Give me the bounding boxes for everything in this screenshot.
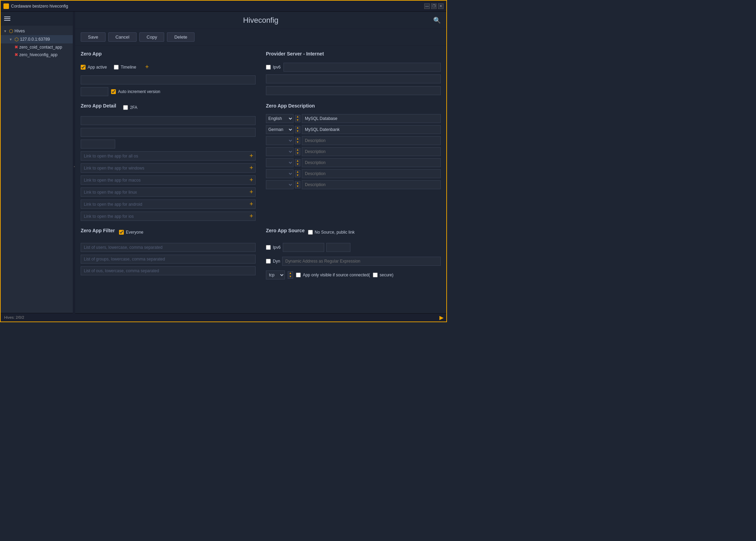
- desc-lang-2[interactable]: [266, 136, 294, 145]
- desc-spinner-6[interactable]: ▲ ▼: [295, 181, 300, 188]
- timeline-checkbox[interactable]: [114, 65, 119, 70]
- twofa-checkbox[interactable]: [123, 105, 128, 110]
- link-windows-plus[interactable]: +: [247, 164, 255, 172]
- close-button[interactable]: ✕: [438, 3, 444, 9]
- desc-input-1[interactable]: [302, 125, 441, 134]
- visible-row: App only visible if source connected(: [296, 273, 370, 277]
- tree-arrow-hives: ▼: [3, 29, 8, 33]
- desc-spinner-1[interactable]: ▲ ▼: [295, 126, 300, 133]
- search-button[interactable]: 🔍: [433, 17, 441, 24]
- link-android-plus[interactable]: +: [247, 200, 255, 208]
- timeline-plus-button[interactable]: +: [143, 63, 151, 71]
- sidebar-item-server[interactable]: ▼ ⬡ 127.0.0.1:63789: [1, 35, 73, 43]
- desc-input-0[interactable]: [302, 114, 441, 123]
- auto-increment-checkbox[interactable]: [111, 89, 116, 94]
- spinner-down-6[interactable]: ▼: [295, 185, 300, 188]
- ous-input[interactable]: [81, 266, 256, 275]
- desc-row-1: English German French ▲ ▼: [266, 125, 441, 134]
- version-input[interactable]: 0: [81, 87, 108, 96]
- save-button[interactable]: Save: [81, 32, 106, 42]
- app-address-input[interactable]: mysql.cordaware.test: [81, 128, 256, 137]
- desc-spinner-0[interactable]: ▲ ▼: [295, 115, 300, 122]
- source-dyn-checkbox[interactable]: [266, 259, 271, 264]
- app-port-input[interactable]: 3306: [81, 140, 115, 149]
- minimize-button[interactable]: —: [424, 3, 430, 9]
- hamburger-menu[interactable]: [4, 17, 10, 21]
- visible-checkbox[interactable]: [296, 273, 301, 277]
- link-all-os-plus[interactable]: +: [247, 152, 255, 160]
- link-macos-input[interactable]: [81, 176, 247, 184]
- secure-row: secure): [373, 273, 394, 277]
- spinner-down-0[interactable]: ▼: [295, 119, 300, 122]
- filter-title-row: Zero App Filter Everyone: [81, 228, 256, 237]
- error-icon-2: ✖: [14, 52, 18, 57]
- no-source-checkbox[interactable]: [308, 230, 313, 235]
- link-windows-input[interactable]: [81, 164, 247, 172]
- desc-spinner-4[interactable]: ▲ ▼: [295, 159, 300, 166]
- cancel-button[interactable]: Cancel: [108, 32, 137, 42]
- provider-host-input[interactable]: px1234.bestyero.world: [284, 63, 441, 72]
- copy-button[interactable]: Copy: [139, 32, 164, 42]
- desc-input-5[interactable]: [302, 169, 441, 178]
- desc-lang-4[interactable]: [266, 158, 294, 167]
- zero-app-description-section: Zero App Description English German Fren…: [266, 103, 441, 221]
- spinner-down-2[interactable]: ▼: [295, 141, 300, 144]
- spinner-up-0[interactable]: ▲: [295, 115, 300, 119]
- link-all-os-input[interactable]: [81, 152, 247, 160]
- spinner-down-4[interactable]: ▼: [295, 163, 300, 166]
- spinner-up-2[interactable]: ▲: [295, 137, 300, 141]
- spinner-up-4[interactable]: ▲: [295, 159, 300, 163]
- desc-spinner-3[interactable]: ▲ ▼: [295, 148, 300, 155]
- desc-spinner-5[interactable]: ▲ ▼: [295, 170, 300, 177]
- link-macos-plus[interactable]: +: [247, 176, 255, 184]
- sidebar-item-app2[interactable]: ✖ zero_hiveconfig_app: [1, 51, 73, 59]
- link-ios-input[interactable]: [81, 212, 247, 221]
- app-active-checkbox[interactable]: [81, 65, 86, 70]
- provider-ipv6-checkbox[interactable]: [266, 65, 271, 70]
- page-title: Hiveconfig: [243, 16, 279, 25]
- link-linux-input[interactable]: [81, 188, 247, 196]
- source-ipv6-checkbox[interactable]: [266, 245, 271, 250]
- spinner-up-5[interactable]: ▲: [295, 170, 300, 174]
- spinner-up-3[interactable]: ▲: [295, 148, 300, 152]
- restore-button[interactable]: ❐: [431, 3, 437, 9]
- app-id-input[interactable]: Cordaware#1234: [81, 116, 256, 125]
- desc-lang-1[interactable]: English German French: [266, 125, 294, 134]
- desc-lang-5[interactable]: [266, 169, 294, 178]
- desc-input-3[interactable]: [302, 147, 441, 156]
- desc-input-2[interactable]: [302, 136, 441, 145]
- link-linux-plus[interactable]: +: [247, 188, 255, 196]
- everyone-checkbox[interactable]: [119, 230, 124, 235]
- secure-checkbox[interactable]: [373, 273, 378, 277]
- delete-button[interactable]: Delete: [167, 32, 195, 42]
- link-android-input[interactable]: [81, 200, 247, 208]
- tcp-spinner-up[interactable]: ▲: [288, 272, 293, 275]
- spinner-up-6[interactable]: ▲: [295, 181, 300, 185]
- spinner-down-3[interactable]: ▼: [295, 152, 300, 155]
- sidebar-item-app1[interactable]: ✖ zero_coid_contact_app: [1, 43, 73, 51]
- link-ios-plus[interactable]: +: [247, 212, 255, 221]
- desc-lang-0[interactable]: English German French: [266, 114, 294, 123]
- tcp-select[interactable]: tcp udp: [266, 270, 285, 279]
- source-host-input[interactable]: 192.168.1.31: [283, 243, 324, 252]
- users-input[interactable]: [81, 243, 256, 252]
- desc-lang-6[interactable]: [266, 180, 294, 189]
- groups-input[interactable]: [81, 255, 256, 264]
- provider-number-input[interactable]: 10: [266, 86, 441, 95]
- desc-lang-3[interactable]: [266, 147, 294, 156]
- spinner-up-1[interactable]: ▲: [295, 126, 300, 130]
- link-ios-row: +: [81, 212, 256, 221]
- tcp-spinner[interactable]: ▲ ▼: [288, 271, 293, 279]
- server-icon: ⬡: [14, 37, 19, 42]
- source-port-input[interactable]: 3306: [326, 243, 350, 252]
- app-name-input[interactable]: mysql: [81, 75, 256, 84]
- source-dyn-input[interactable]: [282, 257, 441, 266]
- spinner-down-5[interactable]: ▼: [295, 174, 300, 177]
- desc-input-4[interactable]: [302, 158, 441, 167]
- tcp-spinner-down[interactable]: ▼: [288, 275, 293, 278]
- spinner-down-1[interactable]: ▼: [295, 130, 300, 133]
- sidebar-item-hives[interactable]: ▼ ⬡ Hives: [1, 27, 73, 35]
- desc-spinner-2[interactable]: ▲ ▼: [295, 137, 300, 144]
- provider-port-input[interactable]: 67380: [266, 74, 441, 83]
- desc-input-6[interactable]: [302, 180, 441, 189]
